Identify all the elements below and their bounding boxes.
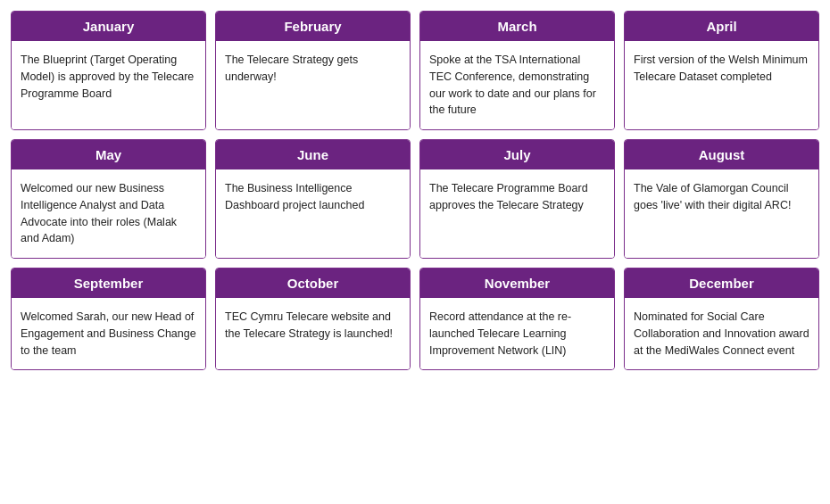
month-header-february: February <box>216 12 410 41</box>
month-card-january: JanuaryThe Blueprint (Target Operating M… <box>11 11 206 130</box>
month-header-january: January <box>12 12 205 41</box>
month-body-july: The Telecare Programme Board approves th… <box>420 169 614 258</box>
month-header-december: December <box>625 269 818 298</box>
month-header-september: September <box>12 269 205 298</box>
month-body-december: Nominated for Social Care Collaboration … <box>625 298 818 369</box>
month-body-april: First version of the Welsh Minimum Telec… <box>625 41 818 129</box>
month-card-september: SeptemberWelcomed Sarah, our new Head of… <box>11 268 206 370</box>
month-card-june: JuneThe Business Intelligence Dashboard … <box>215 139 411 259</box>
month-card-december: DecemberNominated for Social Care Collab… <box>624 268 819 370</box>
month-body-february: The Telecare Strategy gets underway! <box>216 41 410 129</box>
month-header-october: October <box>216 269 410 298</box>
month-body-november: Record attendance at the re-launched Tel… <box>420 298 614 369</box>
month-body-october: TEC Cymru Telecare website and the Telec… <box>216 298 410 369</box>
month-card-april: AprilFirst version of the Welsh Minimum … <box>624 11 819 130</box>
month-body-august: The Vale of Glamorgan Council goes 'live… <box>625 169 818 258</box>
month-header-june: June <box>216 140 410 169</box>
month-card-july: JulyThe Telecare Programme Board approve… <box>419 139 615 259</box>
month-card-march: MarchSpoke at the TSA International TEC … <box>419 11 615 130</box>
month-card-november: NovemberRecord attendance at the re-laun… <box>419 268 615 370</box>
month-body-september: Welcomed Sarah, our new Head of Engageme… <box>12 298 205 369</box>
month-card-february: FebruaryThe Telecare Strategy gets under… <box>215 11 411 130</box>
month-header-march: March <box>420 12 614 41</box>
month-body-january: The Blueprint (Target Operating Model) i… <box>12 41 205 129</box>
calendar-grid: JanuaryThe Blueprint (Target Operating M… <box>11 11 819 370</box>
month-body-march: Spoke at the TSA International TEC Confe… <box>420 41 614 129</box>
month-header-august: August <box>625 140 818 169</box>
month-header-may: May <box>12 140 205 169</box>
month-body-june: The Business Intelligence Dashboard proj… <box>216 169 410 258</box>
month-card-may: MayWelcomed our new Business Intelligenc… <box>11 139 206 259</box>
month-body-may: Welcomed our new Business Intelligence A… <box>12 169 205 258</box>
month-card-october: OctoberTEC Cymru Telecare website and th… <box>215 268 411 370</box>
month-header-april: April <box>625 12 818 41</box>
month-header-july: July <box>420 140 614 169</box>
month-card-august: AugustThe Vale of Glamorgan Council goes… <box>624 139 819 259</box>
month-header-november: November <box>420 269 614 298</box>
